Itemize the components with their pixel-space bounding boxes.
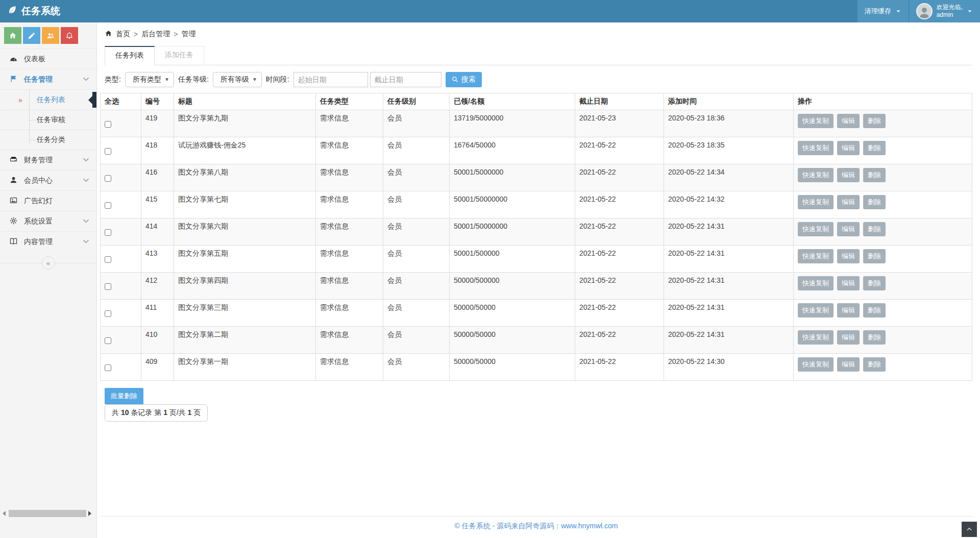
row-deadline: 2021-05-22 (575, 300, 664, 327)
delete-button[interactable]: 删除 (863, 168, 886, 182)
sidebar-item-content-management[interactable]: 内容管理 (0, 231, 96, 252)
sidebar-item-system-settings[interactable]: 系统设置 (0, 211, 96, 231)
delete-button[interactable]: 删除 (863, 276, 886, 290)
end-date-input[interactable] (370, 72, 442, 87)
edit-button[interactable]: 编辑 (837, 168, 860, 182)
sidebar-item-finance[interactable]: 财务管理 (0, 150, 96, 170)
sidebar-item-member-center[interactable]: 会员中心 (0, 170, 96, 190)
breadcrumb-backend[interactable]: 后台管理 (141, 30, 170, 39)
column-header-title: 标题 (174, 93, 316, 110)
quick-copy-button[interactable]: 快速复制 (798, 330, 834, 345)
clear-cache-button[interactable]: 清理缓存 (857, 0, 909, 22)
quick-copy-button[interactable]: 快速复制 (798, 357, 834, 372)
type-select-value: 所有类型 (133, 75, 161, 84)
quick-copy-button[interactable]: 快速复制 (798, 114, 834, 128)
record-info-text: 共 (112, 408, 121, 417)
edit-button[interactable]: 编辑 (837, 141, 860, 155)
row-level: 会员 (383, 164, 450, 191)
row-checkbox[interactable] (105, 256, 111, 263)
sidebar-item-task-management[interactable]: 任务管理 (0, 69, 96, 89)
user-menu[interactable]: 欢迎光临, admin (909, 0, 980, 22)
edit-button[interactable]: 编辑 (837, 330, 860, 345)
footer-link[interactable]: www.hnymwl.com (561, 522, 618, 530)
record-info-text: 条记录 第 (129, 408, 163, 417)
quick-copy-button[interactable]: 快速复制 (798, 195, 834, 209)
row-deadline: 2021-05-22 (575, 164, 664, 191)
users-icon[interactable] (42, 27, 59, 44)
start-date-input[interactable] (293, 72, 368, 87)
back-to-top-button[interactable] (962, 522, 977, 537)
home-icon[interactable] (4, 27, 21, 44)
quick-copy-button[interactable]: 快速复制 (798, 276, 834, 290)
row-checkbox[interactable] (105, 364, 111, 371)
delete-button[interactable]: 删除 (863, 195, 886, 209)
delete-button[interactable]: 删除 (863, 141, 886, 155)
level-select-value: 所有等级 (220, 75, 249, 84)
row-quota: 16764/50000 (450, 137, 575, 164)
quick-copy-button[interactable]: 快速复制 (798, 249, 834, 263)
delete-button[interactable]: 删除 (863, 222, 886, 236)
column-header-actions: 操作 (794, 93, 972, 110)
collapse-sidebar-button[interactable]: « (42, 256, 55, 270)
scroll-left-arrow[interactable] (3, 511, 6, 516)
row-checkbox[interactable] (105, 202, 111, 209)
edit-button[interactable]: 编辑 (837, 357, 860, 372)
delete-button[interactable]: 删除 (863, 330, 886, 345)
column-header-type: 任务类型 (316, 93, 383, 110)
row-quota: 13719/5000000 (450, 110, 575, 137)
table-row: 411图文分享第三期需求信息会员50000/500002021-05-22202… (101, 300, 972, 327)
row-added: 2020-05-23 18:36 (664, 110, 794, 137)
pencil-icon[interactable] (23, 27, 40, 44)
edit-button[interactable]: 编辑 (837, 195, 860, 209)
sidebar-item-ad-slides[interactable]: 广告幻灯 (0, 190, 96, 211)
edit-button[interactable]: 编辑 (837, 276, 860, 290)
row-level: 会员 (383, 327, 450, 354)
sidebar-item-task-list[interactable]: » 任务列表 (0, 90, 96, 110)
search-button-label: 搜索 (461, 75, 476, 84)
row-checkbox[interactable] (105, 337, 111, 344)
chevron-down-icon (967, 8, 973, 14)
row-id: 413 (141, 246, 174, 273)
level-select[interactable]: 所有等级 ▼ (213, 72, 262, 87)
tab-task-list[interactable]: 任务列表 (105, 46, 155, 65)
row-checkbox[interactable] (105, 121, 111, 128)
batch-delete-button[interactable]: 批量删除 (105, 388, 143, 404)
row-type: 需求信息 (316, 354, 383, 381)
quick-copy-button[interactable]: 快速复制 (798, 222, 834, 236)
row-id: 415 (141, 191, 174, 218)
row-quota: 50000/500000 (450, 273, 575, 300)
sidebar-item-task-category[interactable]: 任务分类 (0, 130, 96, 150)
edit-button[interactable]: 编辑 (837, 303, 860, 317)
search-button[interactable]: 搜索 (446, 72, 482, 87)
sidebar-item-dashboard[interactable]: 仪表板 (0, 48, 96, 69)
edit-button[interactable]: 编辑 (837, 114, 860, 128)
edit-button[interactable]: 编辑 (837, 249, 860, 263)
row-level: 会员 (383, 110, 450, 137)
bell-icon[interactable] (61, 27, 78, 44)
delete-button[interactable]: 删除 (863, 357, 886, 372)
caret-down-icon: ▼ (164, 77, 169, 82)
row-quota: 50000/50000 (450, 327, 575, 354)
row-checkbox[interactable] (105, 283, 111, 290)
breadcrumb-home[interactable]: 首页 (116, 30, 130, 39)
quick-copy-button[interactable]: 快速复制 (798, 303, 834, 317)
delete-button[interactable]: 删除 (863, 249, 886, 263)
sidebar-item-task-review[interactable]: 任务审核 (0, 110, 96, 130)
scrollbar-thumb[interactable] (9, 510, 86, 517)
edit-button[interactable]: 编辑 (837, 222, 860, 236)
row-type: 需求信息 (316, 137, 383, 164)
delete-button[interactable]: 删除 (863, 114, 886, 128)
row-checkbox[interactable] (105, 148, 111, 155)
quick-copy-button[interactable]: 快速复制 (798, 168, 834, 182)
row-checkbox[interactable] (105, 229, 111, 236)
record-info: 共 10 条记录 第 1 页/共 1 页 (105, 404, 208, 422)
row-id: 409 (141, 354, 174, 381)
row-checkbox[interactable] (105, 310, 111, 317)
quick-copy-button[interactable]: 快速复制 (798, 141, 834, 155)
delete-button[interactable]: 删除 (863, 303, 886, 317)
chevron-down-icon (82, 176, 90, 186)
scroll-right-arrow[interactable] (88, 511, 91, 516)
row-checkbox[interactable] (105, 175, 111, 182)
tab-add-task[interactable]: 添加任务 (155, 46, 204, 65)
type-select[interactable]: 所有类型 ▼ (125, 72, 174, 87)
